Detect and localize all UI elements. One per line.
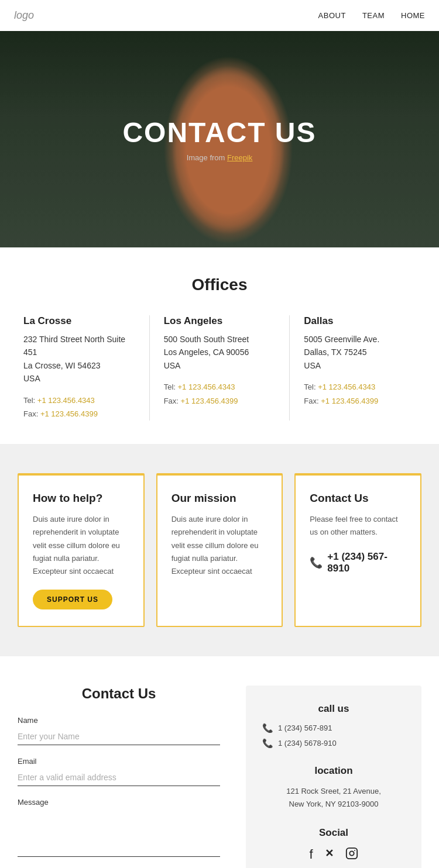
office-name-la: Los Angeles (164, 315, 276, 327)
phone-row-2: 📞 1 (234) 5678-910 (262, 738, 405, 749)
contact-form-side: Contact Us Name Email Message SUBMIT (18, 686, 232, 868)
nav-team[interactable]: TEAM (362, 11, 385, 20)
office-divider-2 (289, 315, 290, 421)
nav-about[interactable]: ABOUT (318, 11, 346, 20)
card-title-0: How to help? (33, 492, 129, 505)
contact-section: Contact Us Name Email Message SUBMIT cal… (0, 656, 439, 868)
location-address: 121 Rock Sreet, 21 Avenue, New York, NY … (262, 785, 405, 811)
call-us-section: call us 📞 1 (234) 567-891 📞 1 (234) 5678… (262, 703, 405, 749)
freepik-link[interactable]: Freepik (227, 153, 252, 162)
message-label: Message (18, 798, 220, 807)
svg-rect-0 (346, 848, 356, 859)
office-name-dallas: Dallas (304, 315, 416, 327)
la-crosse-tel[interactable]: +1 123.456.4343 (37, 396, 95, 405)
name-label: Name (18, 716, 220, 725)
card-title-2: Contact Us (310, 492, 406, 505)
navbar: logo ABOUT TEAM HOME (0, 0, 439, 31)
support-us-button[interactable]: SUPPORT US (33, 590, 112, 609)
offices-section: Offices La Crosse 232 Third Street North… (0, 247, 439, 444)
office-contact-la-crosse: Tel: +1 123.456.4343 Fax: +1 123.456.439… (23, 394, 135, 421)
nav-home[interactable]: HOME (401, 11, 425, 20)
svg-point-2 (354, 850, 355, 851)
email-field-group: Email (18, 757, 220, 786)
contact-phone-row: 📞 +1 (234) 567-8910 (310, 551, 406, 574)
social-title: Social (262, 827, 405, 839)
form-title: Contact Us (18, 686, 220, 702)
message-input[interactable] (18, 810, 220, 857)
card-text-2: Please feel free to contact us on other … (310, 513, 406, 539)
email-label: Email (18, 757, 220, 766)
email-input[interactable] (18, 769, 220, 786)
office-addr-dallas: 5005 Greenville Ave.Dallas, TX 75245USA (304, 333, 416, 372)
card-text-1: Duis aute irure dolor in reprehenderit i… (172, 513, 268, 577)
office-la-crosse: La Crosse 232 Third Street North Suite 4… (23, 315, 135, 421)
la-tel[interactable]: +1 123.456.4343 (178, 383, 235, 391)
la-crosse-fax[interactable]: +1 123.456.4399 (40, 409, 98, 418)
phone-icon: 📞 (310, 556, 323, 569)
office-dallas: Dallas 5005 Greenville Ave.Dallas, TX 75… (304, 315, 416, 421)
location-title: location (262, 765, 405, 777)
phone-row-1: 📞 1 (234) 567-891 (262, 723, 405, 733)
phone-1: 1 (234) 567-891 (278, 724, 332, 732)
svg-point-1 (349, 851, 354, 855)
office-name-la-crosse: La Crosse (23, 315, 135, 327)
card-mission: Our mission Duis aute irure dolor in rep… (156, 473, 283, 626)
call-us-title: call us (262, 703, 405, 715)
nav-links: ABOUT TEAM HOME (318, 11, 425, 20)
dallas-tel[interactable]: +1 123.456.4343 (318, 383, 375, 391)
cards-grid: How to help? Duis aute irure dolor in re… (18, 473, 421, 626)
phone-icon-2: 📞 (262, 738, 273, 749)
address-line2: New York, NY 92103-9000 (289, 800, 379, 808)
card-how-to-help: How to help? Duis aute irure dolor in re… (18, 473, 145, 626)
address-line1: 121 Rock Sreet, 21 Avenue, (286, 787, 381, 795)
hero-subtitle: Image from Freepik (122, 153, 316, 162)
office-contact-dallas: Tel: +1 123.456.4343 Fax: +1 123.456.439… (304, 380, 416, 408)
cards-section: How to help? Duis aute irure dolor in re… (0, 444, 439, 656)
offices-title: Offices (23, 275, 416, 294)
office-divider-1 (149, 315, 150, 421)
location-section: location 121 Rock Sreet, 21 Avenue, New … (262, 765, 405, 811)
message-field-group: Message (18, 798, 220, 859)
phone-2: 1 (234) 5678-910 (278, 739, 337, 748)
name-field-group: Name (18, 716, 220, 745)
logo: logo (14, 9, 34, 22)
hero-section: CONTACT US Image from Freepik (0, 31, 439, 247)
offices-grid: La Crosse 232 Third Street North Suite 4… (23, 315, 416, 421)
facebook-icon[interactable]: f (309, 847, 313, 863)
dallas-fax[interactable]: +1 123.456.4399 (321, 397, 378, 405)
image-credit-text: Image from (187, 153, 227, 162)
card-title-1: Our mission (172, 492, 268, 505)
hero-title: CONTACT US (122, 116, 316, 149)
social-icons: f ✕ (262, 847, 405, 863)
office-contact-la: Tel: +1 123.456.4343 Fax: +1 123.456.439… (164, 380, 276, 408)
social-section: Social f ✕ (262, 827, 405, 863)
card-contact: Contact Us Please feel free to contact u… (294, 473, 421, 626)
office-addr-la: 500 South South StreetLos Angeles, CA 90… (164, 333, 276, 372)
card-text-0: Duis aute irure dolor in reprehenderit i… (33, 513, 129, 577)
office-addr-la-crosse: 232 Third Street North Suite 451La Cross… (23, 333, 135, 385)
name-input[interactable] (18, 728, 220, 745)
instagram-icon[interactable] (345, 847, 358, 863)
hero-content: CONTACT US Image from Freepik (122, 116, 316, 162)
office-los-angeles: Los Angeles 500 South South StreetLos An… (164, 315, 276, 421)
la-fax[interactable]: +1 123.456.4399 (181, 397, 238, 405)
x-twitter-icon[interactable]: ✕ (325, 847, 334, 863)
phone-icon-1: 📞 (262, 723, 273, 733)
contact-phone-number: +1 (234) 567-8910 (327, 551, 406, 574)
contact-info-side: call us 📞 1 (234) 567-891 📞 1 (234) 5678… (246, 686, 421, 868)
